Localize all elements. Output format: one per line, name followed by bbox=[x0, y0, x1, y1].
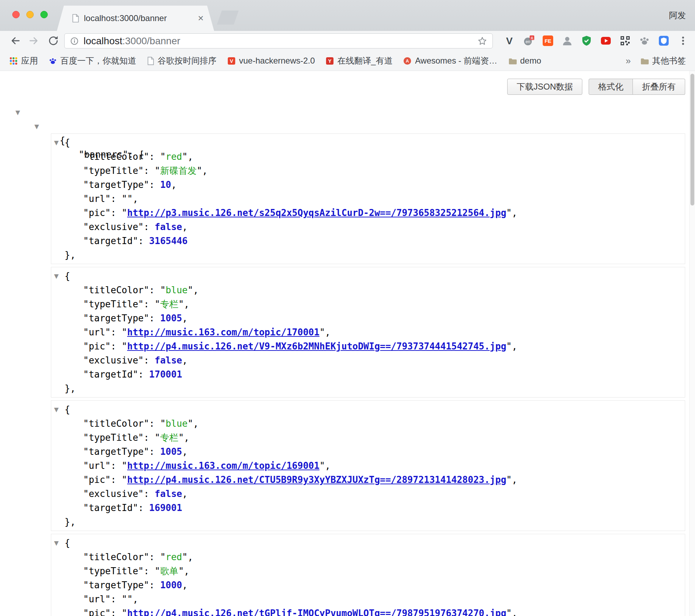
bookmark-label: Awesomes - 前端资… bbox=[415, 55, 497, 66]
json-field-line: "targetId": 169001 bbox=[51, 501, 685, 515]
url-bar[interactable]: localhost:3000/banner bbox=[64, 33, 493, 48]
json-quote: " bbox=[127, 594, 133, 604]
json-colon: : bbox=[111, 608, 121, 616]
bookmark-demo-folder[interactable]: demo bbox=[508, 56, 541, 66]
json-field-line: "typeTitle": "歌单", bbox=[51, 564, 685, 578]
json-comma: , bbox=[325, 327, 331, 338]
new-tab-button[interactable] bbox=[217, 11, 239, 25]
bookmark-apps[interactable]: 应用 bbox=[9, 55, 38, 66]
bookmarks-overflow-chevron[interactable]: » bbox=[626, 55, 631, 66]
json-url-link[interactable]: http://music.163.com/m/topic/170001 bbox=[127, 327, 319, 338]
json-key: "url" bbox=[83, 460, 111, 471]
bookmark-baidu[interactable]: 百度一下，你就知道 bbox=[48, 55, 136, 66]
paw-extension-icon[interactable] bbox=[639, 35, 650, 46]
download-json-button[interactable]: 下载JSON数据 bbox=[507, 79, 582, 95]
json-quote: " bbox=[122, 474, 127, 485]
json-quote: " bbox=[506, 474, 512, 485]
json-quote: " bbox=[160, 552, 166, 562]
info-icon[interactable] bbox=[70, 36, 79, 46]
json-field-line: "exclusive": false, bbox=[51, 220, 685, 234]
json-colon: : bbox=[138, 369, 149, 380]
json-colon: : bbox=[111, 460, 121, 471]
json-object-box: ▼{"titleColor": "blue","typeTitle": "专栏"… bbox=[51, 267, 685, 398]
bookmark-label: 其他书签 bbox=[652, 55, 686, 66]
people-extension-icon[interactable] bbox=[562, 35, 573, 46]
json-colon: : bbox=[111, 474, 121, 485]
json-field-line: "pic": "http://p4.music.126.net/V9-MXz6b… bbox=[51, 339, 685, 353]
json-array-items: ▼{"titleColor": "red","typeTitle": "新碟首发… bbox=[0, 133, 695, 616]
blue-shield-extension-icon[interactable] bbox=[658, 35, 669, 46]
format-button[interactable]: 格式化 bbox=[589, 79, 633, 95]
url-path: :3000/banner bbox=[123, 35, 180, 46]
json-quote: " bbox=[155, 299, 160, 309]
youdao-tile-icon: Y bbox=[325, 57, 334, 65]
collapse-toggle-icon[interactable]: ▼ bbox=[15, 105, 20, 119]
json-colon: : bbox=[149, 446, 160, 457]
qr-code-extension-icon[interactable] bbox=[620, 35, 631, 46]
json-colon: : bbox=[111, 327, 121, 338]
json-comma: , bbox=[133, 194, 138, 204]
json-url-link[interactable]: http://p4.music.126.net/V9-MXz6b2MNhEKju… bbox=[127, 341, 506, 352]
profile-name[interactable]: 阿发 bbox=[669, 10, 686, 21]
reload-button[interactable] bbox=[47, 34, 60, 47]
json-url-link[interactable]: http://p4.music.126.net/CTU5B9R9y3XyYBZX… bbox=[127, 474, 506, 485]
json-key: "exclusive" bbox=[83, 222, 144, 232]
json-comma: , bbox=[193, 285, 199, 295]
collapse-toggle-icon[interactable]: ▼ bbox=[54, 269, 59, 283]
json-comma: , bbox=[193, 418, 199, 429]
bookmark-youdao[interactable]: Y 在线翻译_有道 bbox=[325, 55, 392, 66]
bookmark-google-sort[interactable]: 谷歌按时间排序 bbox=[147, 55, 217, 66]
json-object-close-line: }, bbox=[51, 248, 685, 262]
bookmark-label: 百度一下，你就知道 bbox=[60, 55, 136, 66]
zoom-window-button[interactable] bbox=[40, 11, 48, 18]
red-play-extension-icon[interactable] bbox=[600, 35, 611, 46]
translate-extension-icon[interactable]: en英 bbox=[523, 35, 534, 46]
json-quote: " bbox=[178, 432, 184, 443]
collapse-toggle-icon[interactable]: ▼ bbox=[54, 536, 59, 550]
green-shield-extension-icon[interactable] bbox=[581, 35, 592, 46]
json-boolean-value: false bbox=[155, 222, 182, 232]
vimium-extension-icon[interactable]: V bbox=[504, 35, 515, 46]
json-url-link[interactable]: http://p4.music.126.net/tGPljf-IMOCyPvum… bbox=[127, 608, 506, 616]
json-object-box: ▼{"titleColor": "blue","typeTitle": "专栏"… bbox=[51, 400, 685, 531]
browser-tab[interactable]: localhost:3000/banner × bbox=[57, 6, 214, 31]
json-colon: : bbox=[144, 566, 154, 576]
scrollbar[interactable] bbox=[689, 71, 695, 616]
json-comma: , bbox=[187, 552, 193, 562]
fe-extension-icon[interactable]: FE bbox=[542, 35, 554, 46]
collapse-toggle-icon[interactable]: ▼ bbox=[34, 119, 39, 133]
scrollbar-thumb[interactable] bbox=[690, 74, 694, 205]
close-window-button[interactable] bbox=[12, 11, 20, 18]
bookmark-star-icon[interactable] bbox=[477, 36, 488, 46]
json-object-open-line: ▼{ bbox=[51, 402, 685, 417]
awesomes-circle-icon: A bbox=[403, 57, 412, 65]
json-string-value: blue bbox=[166, 418, 188, 429]
minimize-window-button[interactable] bbox=[26, 11, 34, 18]
reload-icon bbox=[47, 35, 59, 47]
tab-close-icon[interactable]: × bbox=[198, 13, 204, 23]
collapse-all-button[interactable]: 折叠所有 bbox=[633, 79, 685, 95]
forward-button[interactable] bbox=[27, 34, 40, 47]
collapse-toggle-icon[interactable]: ▼ bbox=[54, 136, 59, 150]
back-arrow-icon bbox=[9, 35, 21, 47]
json-field-line: "titleColor": "red", bbox=[51, 150, 685, 164]
json-url-link[interactable]: http://p3.music.126.net/s25q2x5QyqsAzilC… bbox=[127, 208, 506, 218]
menu-icon[interactable] bbox=[677, 35, 689, 46]
bookmark-awesomes[interactable]: A Awesomes - 前端资… bbox=[403, 55, 497, 66]
json-field-line: "exclusive": false, bbox=[51, 353, 685, 367]
json-field-line: "typeTitle": "专栏", bbox=[51, 297, 685, 311]
json-key: "typeTitle" bbox=[83, 566, 144, 576]
back-button[interactable] bbox=[9, 34, 22, 47]
json-key: "typeTitle" bbox=[83, 299, 144, 309]
json-key: "exclusive" bbox=[83, 489, 144, 499]
json-quote: " bbox=[160, 285, 166, 295]
json-field-line: "targetType": 10, bbox=[51, 178, 685, 192]
other-bookmarks[interactable]: 其他书签 bbox=[640, 55, 686, 66]
json-key: "titleColor" bbox=[83, 151, 149, 162]
json-object-close-line: }, bbox=[51, 515, 685, 529]
json-field-line: "url": "", bbox=[51, 592, 685, 606]
json-colon: : bbox=[144, 489, 154, 499]
bookmark-vue-hackernews[interactable]: V vue-hackernews-2.0 bbox=[227, 56, 315, 66]
json-url-link[interactable]: http://music.163.com/m/topic/169001 bbox=[127, 460, 319, 471]
collapse-toggle-icon[interactable]: ▼ bbox=[54, 402, 59, 417]
